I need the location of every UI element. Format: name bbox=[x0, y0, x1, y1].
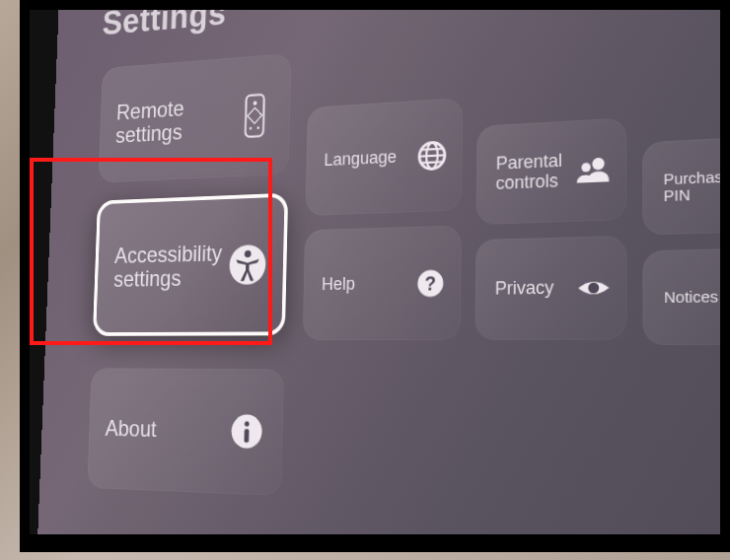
eye-icon bbox=[575, 269, 613, 307]
svg-rect-9 bbox=[244, 429, 249, 443]
tile-label: Remote settings bbox=[115, 94, 217, 148]
tile-help[interactable]: Help ? bbox=[303, 225, 462, 340]
tile-label: Parental controls bbox=[496, 151, 567, 193]
tile-about[interactable]: About bbox=[87, 368, 284, 496]
remote-icon bbox=[235, 93, 275, 137]
tile-label: Notices bbox=[664, 288, 718, 306]
globe-icon bbox=[415, 137, 450, 174]
tile-language[interactable]: Language bbox=[305, 98, 463, 216]
scene: Settings 8:16p Remote settings Accessibi… bbox=[0, 0, 730, 560]
svg-text:?: ? bbox=[424, 272, 436, 294]
svg-point-18 bbox=[581, 163, 590, 173]
question-icon: ? bbox=[413, 264, 448, 301]
tile-privacy[interactable]: Privacy bbox=[474, 236, 626, 340]
svg-line-13 bbox=[421, 148, 442, 149]
svg-point-3 bbox=[250, 127, 253, 130]
info-icon bbox=[226, 409, 267, 455]
svg-point-1 bbox=[254, 101, 257, 105]
tile-label: Help bbox=[322, 274, 355, 294]
page-title: Settings bbox=[102, 0, 227, 42]
tile-label: Language bbox=[324, 148, 397, 171]
svg-line-14 bbox=[421, 162, 442, 163]
tile-parental-controls[interactable]: Parental controls bbox=[476, 117, 627, 225]
people-icon bbox=[575, 151, 612, 189]
tile-label: About bbox=[105, 416, 157, 442]
tile-label: Privacy bbox=[495, 278, 554, 299]
tile-notices[interactable]: Notices bbox=[642, 247, 730, 345]
svg-point-4 bbox=[256, 126, 259, 129]
svg-rect-2 bbox=[248, 107, 262, 123]
tile-purchase-pin[interactable]: Purchase PIN bbox=[642, 135, 730, 236]
annotation-highlight bbox=[30, 158, 272, 345]
tile-label: Purchase PIN bbox=[664, 168, 730, 205]
svg-line-12 bbox=[419, 155, 445, 156]
svg-point-17 bbox=[592, 158, 604, 171]
